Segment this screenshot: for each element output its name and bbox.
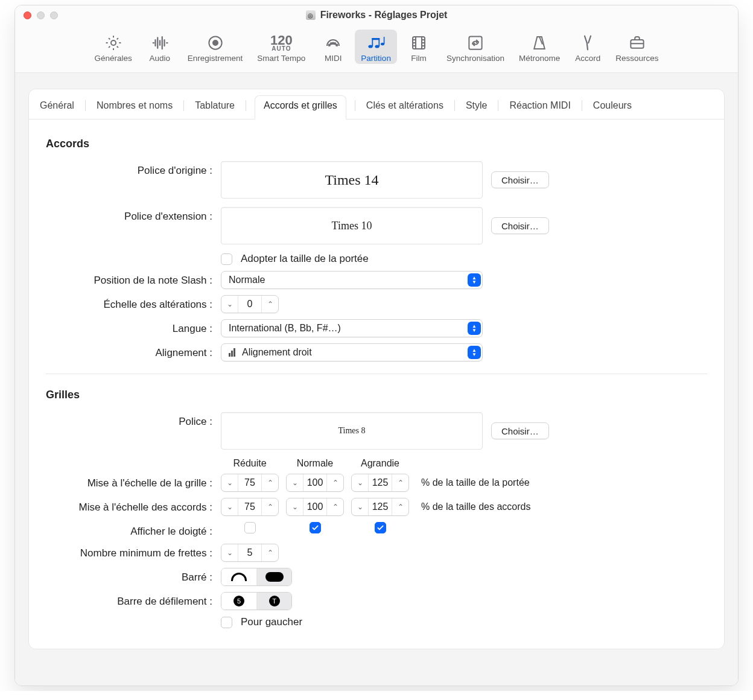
tab-midi[interactable]: MIDI [314, 30, 352, 64]
barre-arc-option[interactable] [221, 568, 256, 585]
tab-movie[interactable]: Film [399, 30, 438, 64]
root-font-choose-button[interactable]: Choisir… [491, 171, 549, 188]
grid-scale-normal-stepper[interactable]: ⌄100⌃ [286, 474, 344, 492]
grid-scale-note: % de la taille de la portée [421, 477, 530, 488]
tab-assets[interactable]: Ressources [609, 30, 664, 64]
circle-letter-icon: T [269, 596, 280, 606]
tab-recording[interactable]: Enregistrement [182, 30, 249, 64]
ext-font-preview: Times 10 [221, 207, 483, 244]
window-close-button[interactable] [24, 11, 31, 19]
svg-point-3 [329, 45, 331, 46]
alignment-popup[interactable]: Alignement droit ▲▼ [221, 343, 483, 361]
popup-caret-icon: ▲▼ [468, 273, 481, 287]
barre-style-segmented[interactable] [221, 568, 292, 586]
chord-scale-note: % de la taille des accords [421, 501, 530, 512]
grid-font-preview: Times 8 [221, 412, 483, 450]
barre-pill-option[interactable] [256, 568, 291, 585]
waveform-icon [151, 32, 169, 54]
metronome-icon [530, 32, 548, 54]
tab-audio[interactable]: Audio [141, 30, 179, 64]
subtab-numbers-names[interactable]: Nombres et noms [94, 96, 175, 119]
fingering-large-checkbox[interactable] [375, 522, 386, 533]
svg-rect-13 [384, 37, 385, 44]
popup-caret-icon: ▲▼ [468, 322, 481, 335]
fingering-normal-checkbox[interactable] [310, 522, 321, 533]
content-panel: Général Nombres et noms Tablature Accord… [28, 89, 725, 649]
grid-scale-large-stepper[interactable]: ⌄125⌃ [351, 474, 409, 492]
scale-column-header: Réduite Normale Agrandie [221, 458, 707, 469]
briefcase-icon [628, 32, 646, 54]
show-fingering-label: Afficher le doigté : [46, 522, 221, 538]
gear-icon [104, 32, 122, 54]
root-font-label: Police d'origine : [46, 161, 221, 177]
chord-scale-normal-stepper[interactable]: ⌄100⌃ [286, 498, 344, 516]
svg-point-0 [111, 40, 116, 45]
pill-icon [265, 572, 284, 582]
scrollbar-letter-option[interactable]: T [256, 593, 291, 609]
alignment-label: Alignement : [46, 343, 221, 359]
stepper-down-icon[interactable]: ⌄ [221, 296, 238, 313]
tuning-fork-icon [579, 32, 597, 54]
chord-scale-large-stepper[interactable]: ⌄125⌃ [351, 498, 409, 516]
subtab-colors[interactable]: Couleurs [591, 96, 634, 119]
svg-rect-14 [372, 38, 380, 40]
smart-tempo-icon: 120 AUTO [270, 32, 293, 54]
tab-score[interactable]: Partition [355, 30, 397, 64]
svg-point-2 [213, 40, 218, 45]
adopt-staff-size-checkbox[interactable] [221, 253, 232, 265]
svg-point-4 [332, 42, 334, 44]
window-zoom-button[interactable] [50, 11, 58, 19]
scrollbar-label: Barre de défilement : [46, 592, 221, 608]
stepper-up-icon[interactable]: ⌃ [261, 296, 278, 313]
scrollbar-style-segmented[interactable]: 5 T [221, 592, 292, 610]
svg-point-5 [336, 45, 338, 46]
sync-icon [466, 32, 485, 54]
film-icon [410, 32, 428, 54]
record-icon [206, 32, 224, 54]
window-title: Fireworks - Réglages Projet [320, 10, 448, 21]
min-frets-stepper[interactable]: ⌄5⌃ [221, 544, 279, 562]
left-handed-label: Pour gaucher [241, 616, 302, 628]
divider [46, 374, 707, 374]
svg-point-7 [334, 43, 336, 45]
align-right-icon [229, 348, 238, 357]
accidental-scale-stepper[interactable]: ⌄ 0 ⌃ [221, 295, 279, 313]
arc-icon [231, 573, 247, 581]
app-icon: ◎ [306, 10, 316, 20]
tab-sync[interactable]: Synchronisation [440, 30, 510, 64]
titlebar: ◎ Fireworks - Réglages Projet [15, 5, 738, 25]
subtab-style[interactable]: Style [463, 96, 490, 119]
adopt-staff-size-label: Adopter la taille de la portée [241, 253, 369, 265]
grid-font-choose-button[interactable]: Choisir… [491, 422, 549, 439]
svg-point-6 [331, 43, 332, 45]
tab-smart-tempo[interactable]: 120 AUTO Smart Tempo [251, 30, 311, 64]
subtab-keys-accidentals[interactable]: Clés et altérations [364, 96, 446, 119]
slash-position-popup[interactable]: Normale ▲▼ [221, 271, 483, 289]
min-frets-label: Nombre minimum de frettes : [46, 544, 221, 559]
score-icon [367, 32, 385, 54]
fingering-small-checkbox[interactable] [244, 522, 256, 533]
tab-tuning[interactable]: Accord [568, 30, 607, 64]
tab-metronome[interactable]: Métronome [513, 30, 566, 64]
midi-icon [324, 32, 342, 54]
scrollbar-number-option[interactable]: 5 [221, 593, 256, 609]
popup-caret-icon: ▲▼ [468, 346, 481, 359]
circle-number-icon: 5 [234, 596, 244, 606]
grid-scale-small-stepper[interactable]: ⌄75⌃ [221, 474, 279, 492]
ext-font-choose-button[interactable]: Choisir… [491, 217, 549, 234]
accidental-scale-label: Échelle des altérations : [46, 295, 221, 311]
barre-label: Barré : [46, 568, 221, 584]
subtab-tablature[interactable]: Tablature [192, 96, 237, 119]
subtab-chords-grids[interactable]: Accords et grilles [255, 95, 346, 119]
subtab-general[interactable]: Général [37, 96, 77, 119]
language-label: Langue : [46, 319, 221, 335]
window-minimize-button[interactable] [37, 11, 45, 19]
language-popup[interactable]: International (B, Bb, F#…) ▲▼ [221, 319, 483, 337]
settings-window: ◎ Fireworks - Réglages Projet Générales … [14, 5, 739, 686]
left-handed-checkbox[interactable] [221, 617, 232, 628]
panel-background: Général Nombres et noms Tablature Accord… [15, 73, 738, 686]
tab-general[interactable]: Générales [88, 30, 138, 64]
chord-scale-small-stepper[interactable]: ⌄75⌃ [221, 498, 279, 516]
subtab-midi-reaction[interactable]: Réaction MIDI [507, 96, 573, 119]
section-accords-title: Accords [46, 138, 707, 150]
